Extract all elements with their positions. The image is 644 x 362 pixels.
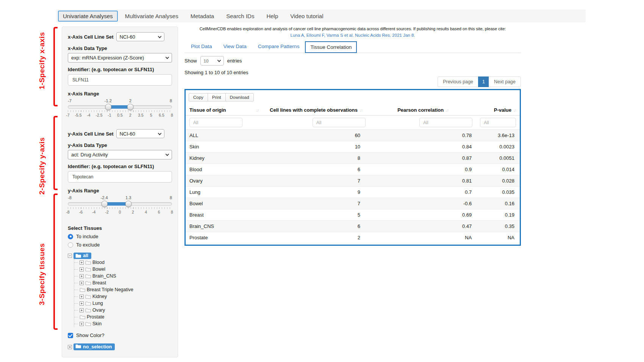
tree-item-prostate[interactable]: Prostate (74, 314, 172, 320)
page-length-select[interactable]: 10 (200, 56, 224, 66)
no-selection-node[interactable]: no_selection (68, 343, 172, 350)
x-cell-line-set-select[interactable]: NCI-60 (116, 32, 164, 41)
tree-root-node[interactable]: all (68, 252, 172, 259)
y-data-type-select[interactable]: act: Drug Activity (68, 150, 172, 159)
nav-item-multivariate-analyses[interactable]: Multivariate Analyses (120, 11, 183, 22)
no-selection-chip[interactable]: no_selection (73, 343, 115, 350)
column-header-cell-lines-with-complete-observations[interactable]: Cell lines with complete observations↓↑ (263, 105, 369, 115)
expand-icon[interactable] (80, 301, 84, 306)
tab-tissue-correlation[interactable]: Tissue Correlation (305, 41, 357, 53)
tree-item-blood[interactable]: Blood (74, 259, 172, 266)
x-identifier-input[interactable] (68, 74, 172, 86)
show-entries-row: Show 10 entries (184, 56, 521, 66)
x-data-type-select[interactable]: exp: mRNA Expression (Z-Score) (68, 53, 172, 62)
tissue-cell: Kidney (186, 153, 263, 164)
slider-low-value: -2.4 (101, 195, 108, 200)
copy-button[interactable]: Copy (189, 93, 208, 101)
value-cell: -0.6 (369, 198, 476, 209)
column-label: Pearson correlation (397, 107, 444, 113)
sort-icon[interactable]: ↓↑ (360, 108, 362, 112)
range-slider-handle-high[interactable] (125, 201, 131, 207)
download-button[interactable]: Download (225, 93, 254, 101)
tab-view-data[interactable]: View Data (218, 40, 252, 53)
column-header-p-value[interactable]: P-value↓↑ (476, 105, 520, 115)
page-number-button[interactable]: 1 (478, 76, 489, 87)
tissue-cell: Prostate (186, 232, 263, 243)
tree-item-breast-triple-negative[interactable]: Breast Triple Negative (74, 286, 172, 293)
no-selection-label: no_selection (83, 344, 112, 350)
y-identifier-input[interactable] (68, 171, 172, 183)
column-filter-input-p-value[interactable] (480, 118, 516, 127)
radio-exclude-label: To exclude (76, 242, 100, 248)
x-axis-section: x-Axis Cell Line Set NCI-60 x-Axis Data … (68, 32, 172, 118)
value-cell: 10 (263, 141, 369, 153)
column-filter-input-tissue-of-origin[interactable] (189, 118, 242, 127)
tree-item-label: Skin (92, 321, 102, 326)
column-header-tissue-of-origin[interactable]: Tissue of origin↓↑ (186, 105, 263, 115)
value-cell: 0.028 (476, 175, 520, 187)
tree-item-kidney[interactable]: Kidney (74, 293, 172, 300)
value-cell: 6 (263, 221, 369, 232)
expand-icon[interactable] (80, 295, 84, 299)
tree-item-bowel[interactable]: Bowel (74, 266, 172, 273)
range-slider-handle-low[interactable] (105, 104, 111, 110)
y-cell-line-set-select[interactable]: NCI-60 (116, 129, 164, 138)
previous-page-button[interactable]: Previous page (438, 76, 478, 87)
y-range-slider[interactable]: -8-2.41.38-8-6-4-202468 (68, 195, 172, 215)
nav-item-search-ids[interactable]: Search IDs (221, 11, 259, 22)
tree-root-chip[interactable]: all (73, 253, 91, 259)
column-label: Tissue of origin (189, 107, 226, 113)
tick-label: 6 (158, 210, 160, 214)
column-filter-input-pearson-correlation[interactable] (419, 118, 472, 127)
tab-compare-patterns[interactable]: Compare Patterns (252, 40, 305, 53)
sort-icon[interactable]: ↓↑ (445, 108, 448, 112)
tick-label: 8 (171, 210, 173, 214)
expand-icon[interactable] (80, 322, 84, 326)
tissue-cell: Skin (186, 141, 263, 153)
print-button[interactable]: Print (208, 93, 226, 101)
tab-plot-data[interactable]: Plot Data (185, 40, 218, 53)
tissue-correlation-table: Tissue of origin↓↑Cell lines with comple… (186, 105, 520, 243)
tick-label: -4 (92, 210, 95, 214)
citation-link[interactable]: Luna A, Elloumi F, Varma S et al. Nuclei… (184, 33, 521, 37)
tick-label: -4 (87, 113, 90, 117)
expand-icon[interactable] (80, 281, 84, 285)
column-header-pearson-correlation[interactable]: Pearson correlation↓↑ (369, 105, 476, 115)
range-slider-handle-high[interactable] (127, 104, 133, 110)
tree-item-brain-cns[interactable]: Brain_CNS (74, 273, 172, 279)
slider-max-label: 8 (170, 195, 172, 200)
tree-item-label: Lung (92, 301, 103, 306)
column-filter-input-cell-lines-with-complete-observations[interactable] (313, 118, 366, 127)
y-data-type-value: act: Drug Activity (71, 152, 108, 158)
next-page-button[interactable]: Next page (489, 76, 521, 87)
expand-icon[interactable] (80, 267, 84, 272)
expand-icon[interactable] (80, 274, 84, 278)
sort-icon[interactable]: ↓↑ (256, 108, 259, 112)
tree-item-skin[interactable]: Skin (74, 320, 172, 327)
x-range-slider[interactable]: -7-1.228-7-5.5-4-2.5-10.523.556.58 (68, 98, 172, 118)
expand-icon[interactable] (68, 345, 72, 349)
y-axis-section: y-Axis Cell Line Set NCI-60 y-Axis Data … (68, 129, 172, 215)
expand-icon[interactable] (80, 261, 84, 265)
nav-item-video-tutorial[interactable]: Video tutorial (285, 11, 328, 22)
nav-item-metadata[interactable]: Metadata (186, 11, 219, 22)
show-color-checkbox-row[interactable]: Show Color? (68, 332, 172, 338)
range-slider-handle-low[interactable] (101, 201, 108, 207)
expand-icon[interactable] (80, 308, 84, 312)
range-slider-track[interactable] (68, 202, 172, 206)
sort-icon[interactable]: ↓↑ (513, 108, 516, 112)
radio-to-include[interactable]: To include (68, 234, 172, 239)
tree-item-breast[interactable]: Breast (74, 279, 172, 286)
tree-item-ovary[interactable]: Ovary (74, 307, 172, 314)
nav-item-help[interactable]: Help (261, 11, 283, 22)
tick-label: 2 (129, 113, 131, 117)
value-cell: 0.16 (476, 198, 520, 209)
value-cell: 0.87 (369, 153, 476, 164)
tick-label: -6 (79, 210, 83, 214)
collapse-icon[interactable] (68, 254, 72, 258)
nav-item-univariate-analyses[interactable]: Univariate Analyses (58, 11, 118, 22)
x-cell-line-set-label: x-Axis Cell Line Set (68, 34, 114, 40)
radio-to-exclude[interactable]: To exclude (68, 242, 172, 248)
range-slider-track[interactable] (68, 105, 172, 109)
tree-item-lung[interactable]: Lung (74, 300, 172, 307)
